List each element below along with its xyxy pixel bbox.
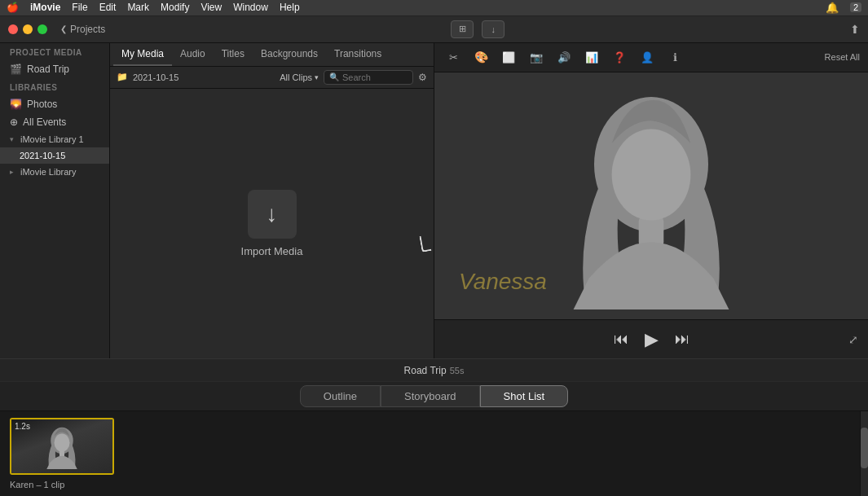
controls-inner: ⏮ ▶ ⏭ ⤢ bbox=[434, 329, 868, 350]
sidebar-item-date-folder[interactable]: 2021-10-15 bbox=[0, 147, 109, 164]
clip-icon: ⬜ bbox=[502, 51, 515, 64]
top-section: PROJECT MEDIA 🎬 Road Trip LIBRARIES 🌄 Ph… bbox=[0, 43, 868, 358]
clip-name-label: Karen – 1 clip bbox=[10, 480, 114, 489]
clip-group: 1.2s Karen – 1 clip bbox=[10, 418, 114, 489]
audio-icon: 🔊 bbox=[557, 51, 571, 64]
media-tabs-bar: My Media Audio Titles Backgrounds Transi… bbox=[110, 43, 434, 67]
media-panel: My Media Audio Titles Backgrounds Transi… bbox=[110, 43, 434, 358]
question-icon: ❓ bbox=[613, 51, 626, 64]
menu-file[interactable]: File bbox=[72, 2, 87, 13]
tab-audio[interactable]: Audio bbox=[172, 43, 214, 66]
back-to-projects-button[interactable]: Projects bbox=[60, 24, 105, 35]
apple-menu[interactable]: 🍎 bbox=[7, 2, 19, 13]
import-button-large[interactable]: ↓ bbox=[248, 190, 297, 239]
info-icon: ℹ bbox=[673, 51, 677, 64]
import-media-label: Import Media bbox=[241, 245, 303, 257]
color-icon: 🎨 bbox=[474, 50, 488, 64]
menu-bar: 🍎 iMovie File Edit Mark Modify View Wind… bbox=[0, 0, 868, 16]
clips-dropdown[interactable]: All Clips ▾ bbox=[280, 72, 319, 82]
timeline-section: Road Trip 55s Outline Storyboard Shot Li… bbox=[0, 358, 868, 496]
timeline-tabs-bar: Outline Storyboard Shot List bbox=[0, 382, 868, 411]
import-arrow-icon: ↓ bbox=[267, 201, 278, 227]
title-bar-right: ⬆ bbox=[850, 23, 860, 36]
rewind-button[interactable]: ⏮ bbox=[614, 331, 628, 348]
sidebar-item-all-events[interactable]: ⊕ All Events bbox=[0, 113, 109, 131]
tab-shot-list[interactable]: Shot List bbox=[480, 385, 569, 407]
help-tool-button[interactable]: ❓ bbox=[609, 48, 630, 66]
clip-tool-button[interactable]: ⬜ bbox=[498, 48, 519, 66]
photos-icon: 🌄 bbox=[10, 99, 22, 110]
scrollbar-thumb[interactable] bbox=[861, 428, 868, 468]
fullscreen-icon[interactable]: ⤢ bbox=[848, 333, 858, 346]
notification-icon[interactable]: 🔔 bbox=[826, 2, 839, 14]
sidebar-item-road-trip[interactable]: 🎬 Road Trip bbox=[0, 60, 109, 78]
sidebar: PROJECT MEDIA 🎬 Road Trip LIBRARIES 🌄 Ph… bbox=[0, 43, 110, 358]
libraries-label: LIBRARIES bbox=[0, 78, 109, 95]
playback-controls: ⏮ ▶ ⏭ ⤢ bbox=[434, 319, 868, 358]
person-name-overlay: Vanessa bbox=[459, 269, 547, 295]
chart-icon: 📊 bbox=[585, 51, 598, 64]
clip-silhouette-icon bbox=[42, 424, 82, 469]
close-button[interactable] bbox=[8, 24, 18, 34]
forward-button[interactable]: ⏭ bbox=[675, 331, 690, 348]
search-input[interactable] bbox=[342, 72, 408, 82]
library1-label: iMovie Library 1 bbox=[20, 134, 84, 144]
timeline-scrollbar[interactable] bbox=[860, 411, 868, 496]
clip-thumbnail[interactable]: 1.2s bbox=[10, 418, 114, 475]
menu-mark[interactable]: Mark bbox=[127, 2, 149, 13]
clips-area: 1.2s Karen – 1 clip bbox=[0, 411, 868, 496]
project-name-label: Road Trip bbox=[404, 365, 447, 376]
app-window: 🍎 iMovie File Edit Mark Modify View Wind… bbox=[0, 0, 868, 496]
chart-tool-button[interactable]: 📊 bbox=[581, 48, 602, 66]
menu-window[interactable]: Window bbox=[233, 2, 268, 13]
menu-modify[interactable]: Modify bbox=[161, 2, 189, 13]
share-icon[interactable]: ⬆ bbox=[850, 23, 860, 36]
reset-all-button[interactable]: Reset All bbox=[825, 52, 860, 62]
tab-outline[interactable]: Outline bbox=[300, 385, 381, 407]
minimize-button[interactable] bbox=[23, 24, 33, 34]
disclosure-closed-icon: ▸ bbox=[10, 168, 14, 176]
search-icon: 🔍 bbox=[329, 72, 339, 81]
menu-view[interactable]: View bbox=[200, 2, 222, 13]
project-media-label: PROJECT MEDIA bbox=[0, 43, 109, 60]
add-clip-button[interactable]: ⊞ bbox=[451, 20, 474, 38]
menu-edit[interactable]: Edit bbox=[99, 2, 117, 13]
svg-point-2 bbox=[612, 129, 691, 221]
preview-panel: ✂ 🎨 ⬜ 📷 🔊 📊 ❓ bbox=[434, 43, 868, 358]
sidebar-item-imovie-library-1[interactable]: ▾ iMovie Library 1 bbox=[0, 131, 109, 147]
traffic-lights bbox=[8, 24, 47, 34]
date-folder-label: 2021-10-15 bbox=[20, 151, 65, 160]
tab-transitions[interactable]: Transitions bbox=[326, 43, 390, 66]
tab-backgrounds[interactable]: Backgrounds bbox=[253, 43, 326, 66]
camera-icon: 📷 bbox=[530, 51, 543, 64]
arrow-down-icon: ↓ bbox=[491, 24, 496, 34]
camera-tool-button[interactable]: 📷 bbox=[526, 48, 547, 66]
gear-icon[interactable]: ⚙ bbox=[418, 72, 427, 83]
library2-label: iMovie Library bbox=[20, 167, 76, 177]
app-name: iMovie bbox=[30, 2, 60, 13]
tab-my-media[interactable]: My Media bbox=[113, 43, 172, 66]
search-box: 🔍 bbox=[324, 70, 413, 85]
clips-dropdown-label: All Clips bbox=[280, 72, 312, 82]
date-label: 2021-10-15 bbox=[133, 72, 275, 82]
road-trip-label: Road Trip bbox=[27, 64, 69, 75]
tab-storyboard[interactable]: Storyboard bbox=[381, 385, 480, 407]
play-button[interactable]: ▶ bbox=[645, 329, 659, 350]
info-tool-button[interactable]: ℹ bbox=[664, 48, 685, 66]
person-tool-button[interactable]: 👤 bbox=[637, 48, 658, 66]
menu-help[interactable]: Help bbox=[280, 2, 300, 13]
crop-tool-button[interactable]: ✂ bbox=[443, 48, 464, 66]
audio-tool-button[interactable]: 🔊 bbox=[553, 48, 575, 66]
disclosure-open-icon: ▾ bbox=[10, 135, 14, 143]
color-tool-button[interactable]: 🎨 bbox=[470, 48, 491, 66]
person-icon: 👤 bbox=[641, 51, 654, 64]
fullscreen-button[interactable] bbox=[37, 24, 47, 34]
sidebar-item-imovie-library[interactable]: ▸ iMovie Library bbox=[0, 164, 109, 180]
tab-titles[interactable]: Titles bbox=[214, 43, 253, 66]
grid-icon: ⊞ bbox=[459, 24, 466, 34]
sidebar-item-photos[interactable]: 🌄 Photos bbox=[0, 95, 109, 113]
notification-count: 2 bbox=[850, 2, 861, 12]
project-duration-label: 55s bbox=[450, 366, 465, 375]
plus-circle-icon: ⊕ bbox=[10, 116, 18, 128]
import-button[interactable]: ↓ bbox=[482, 20, 504, 38]
